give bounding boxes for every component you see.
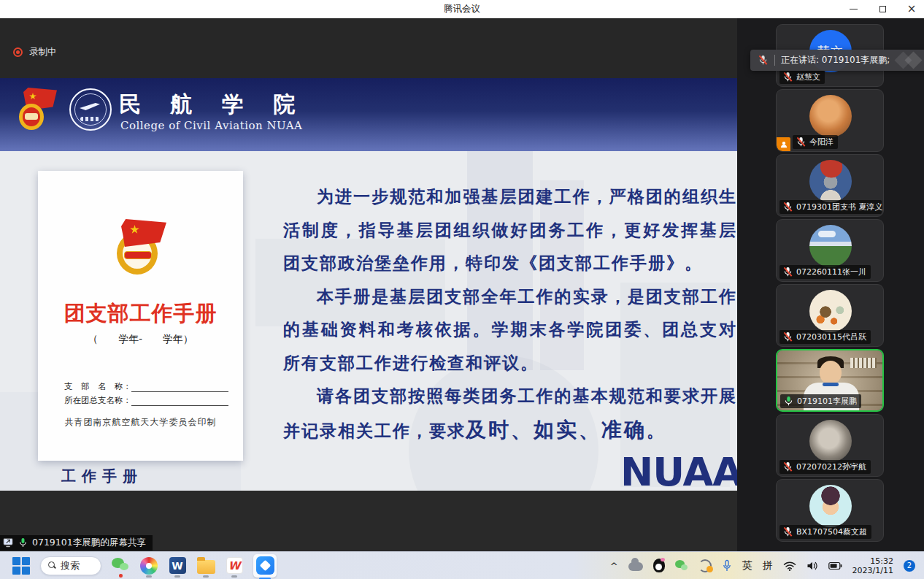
tooltip-divider: [774, 55, 775, 66]
avatar: [809, 95, 852, 137]
ime-indicator[interactable]: 拼: [763, 559, 773, 572]
manual-publisher: 共青团南京航空航天大学委员会印制: [38, 416, 243, 429]
system-tray: ^ 英 拼: [610, 556, 924, 575]
search-label: 搜索: [61, 559, 80, 572]
participant-tile[interactable]: 0719301团支书 夏淳义: [776, 154, 884, 217]
wechat-tray-icon[interactable]: [675, 560, 688, 572]
meeting-watermark-icon: [896, 52, 924, 69]
recording-indicator[interactable]: 录制中: [13, 46, 57, 58]
tray-expand-chevron[interactable]: ^: [610, 561, 618, 572]
mic-muted-icon: [782, 202, 793, 212]
minimize-icon[interactable]: [847, 3, 860, 16]
participant-name-label: 赵慧文: [779, 70, 825, 84]
speaking-tooltip: 正在讲话: 0719101李展鹏;: [750, 50, 924, 71]
clock-time: 15:32: [852, 556, 893, 566]
clock-date: 2023/1/11: [852, 566, 893, 575]
slide-caption: 工作手册: [61, 467, 143, 486]
avatar: [809, 485, 852, 527]
participant-tile[interactable]: 072030115代吕跃: [776, 284, 884, 347]
search-icon: [48, 561, 56, 570]
general-branch-blank-line: [131, 397, 228, 406]
screen-share-icon: [3, 537, 14, 548]
running-indicator: [203, 575, 209, 578]
avatar: [809, 160, 852, 202]
manual-year-line: （ 学年- 学年）: [38, 333, 243, 346]
screen-share-status: 0719101李展鹏的屏幕共享: [0, 535, 153, 551]
qq-icon[interactable]: [653, 559, 665, 572]
college-title: 民 航 学 院: [119, 90, 306, 120]
running-indicator: [174, 575, 180, 578]
mic-muted-icon: [782, 267, 793, 277]
slide-body: 团支部工作手册 （ 学年- 学年） 支 部 名 称： 所在团总支名称： 共青团南…: [0, 151, 737, 491]
wechat-icon[interactable]: [111, 555, 130, 577]
participant-name-label: BX1707504蔡文超: [779, 525, 871, 539]
paragraph-3-emphasis: 及时、如实、准确: [466, 418, 647, 442]
file-explorer-icon[interactable]: [196, 555, 215, 577]
participants-panel: 慧文 赵慧文 今阳洋 0719: [737, 18, 924, 551]
running-indicator: [231, 575, 237, 578]
shared-screen-slide: 民 航 学 院 College of Civil Aviation NUAA 团…: [0, 78, 737, 491]
college-logo-icon: [69, 88, 112, 131]
participant-tiles: 慧文 赵慧文 今阳洋 0719: [776, 24, 884, 542]
mic-muted-icon: [782, 526, 793, 537]
branch-name-blank-line: [131, 383, 228, 392]
tencent-meeting-window: 腾讯会议 × 录制中 民 航 学 院 College of Civil Avia…: [0, 0, 924, 579]
speaking-tooltip-text: 正在讲话: 0719101李展鹏;: [781, 54, 890, 66]
branch-name-label: 支 部 名 称：: [64, 381, 131, 392]
paragraph-1: 为进一步规范和加强基层团建工作，严格团的组织生活制度，指导基层团组织做好团务工作…: [283, 180, 737, 280]
participant-name-label: 072030115代吕跃: [779, 330, 871, 344]
taskbar-clock[interactable]: 15:32 2023/1/11: [852, 556, 893, 575]
slide-banner: 民 航 学 院 College of Civil Aviation NUAA: [0, 78, 737, 151]
member-icon: [777, 137, 790, 151]
mic-muted-icon: [782, 72, 793, 83]
nuaa-logo: NUAA: [620, 449, 737, 491]
general-branch-label: 所在团总支名称：: [64, 395, 131, 406]
participant-tile[interactable]: BX1707504蔡文超: [776, 479, 884, 542]
tencent-meeting-icon[interactable]: [253, 554, 277, 578]
onedrive-cloud-icon[interactable]: [628, 562, 643, 571]
manual-cover: 团支部工作手册 （ 学年- 学年） 支 部 名 称： 所在团总支名称： 共青团南…: [38, 171, 243, 461]
taskbar-apps: 搜索 W W: [0, 554, 277, 578]
avatar: [809, 420, 852, 462]
sync-icon[interactable]: [698, 559, 712, 572]
mic-muted-icon: [758, 55, 769, 66]
close-icon[interactable]: ×: [905, 3, 918, 16]
maximize-icon[interactable]: [876, 3, 889, 16]
mic-on-icon: [783, 396, 794, 407]
wifi-icon[interactable]: [783, 561, 796, 571]
battery-icon[interactable]: [828, 561, 842, 570]
avatar: [809, 225, 852, 267]
mic-muted-icon: [796, 137, 806, 147]
windows-taskbar: 搜索 W W ^ 英 拼: [0, 551, 924, 579]
mic-muted-icon: [782, 331, 793, 342]
browser-colorful-icon[interactable]: [139, 555, 158, 577]
youth-league-flag-icon: [18, 88, 58, 133]
participant-tile-active-speaker[interactable]: 0719101李展鹏: [776, 349, 884, 412]
window-title: 腾讯会议: [444, 3, 480, 15]
word-icon[interactable]: W: [168, 555, 187, 577]
recording-label: 录制中: [29, 46, 57, 58]
stage-background: 0719101李展鹏的屏幕共享: [0, 491, 737, 551]
wps-icon[interactable]: W: [225, 555, 244, 577]
notification-badge[interactable]: 2: [904, 560, 915, 572]
manual-title: 团支部工作手册: [38, 299, 243, 329]
window-controls: ×: [847, 0, 918, 18]
meeting-toolbar: 录制中: [0, 18, 737, 78]
search-input[interactable]: 搜索: [40, 556, 101, 575]
running-indicator: [146, 575, 152, 578]
participant-tile[interactable]: 今阳洋: [776, 89, 884, 152]
mic-on-icon: [18, 537, 28, 548]
participant-name-label: 072260111张一川: [779, 265, 871, 279]
participant-tile[interactable]: 072070212孙宇航: [776, 414, 884, 477]
start-icon[interactable]: [12, 556, 31, 575]
participant-tile[interactable]: 072260111张一川: [776, 219, 884, 282]
microphone-icon[interactable]: [722, 559, 732, 572]
participant-name-label: 0719301团支书 夏淳义: [779, 200, 882, 214]
language-indicator[interactable]: 英: [742, 559, 752, 572]
screen-share-status-text: 0719101李展鹏的屏幕共享: [32, 537, 146, 549]
paragraph-3: 请各团支部按照每类团务工作的基本规范和要求开展并记录相关工作，要求及时、如实、准…: [283, 380, 737, 448]
recording-dot-icon: [13, 47, 23, 57]
paragraph-2: 本手册是基层团支部全年工作的实录，是团支部工作的基础资料和考核依据。学期末各学院…: [283, 280, 737, 380]
participant-name-label: 072070212孙宇航: [779, 460, 871, 474]
volume-icon[interactable]: [806, 561, 818, 571]
